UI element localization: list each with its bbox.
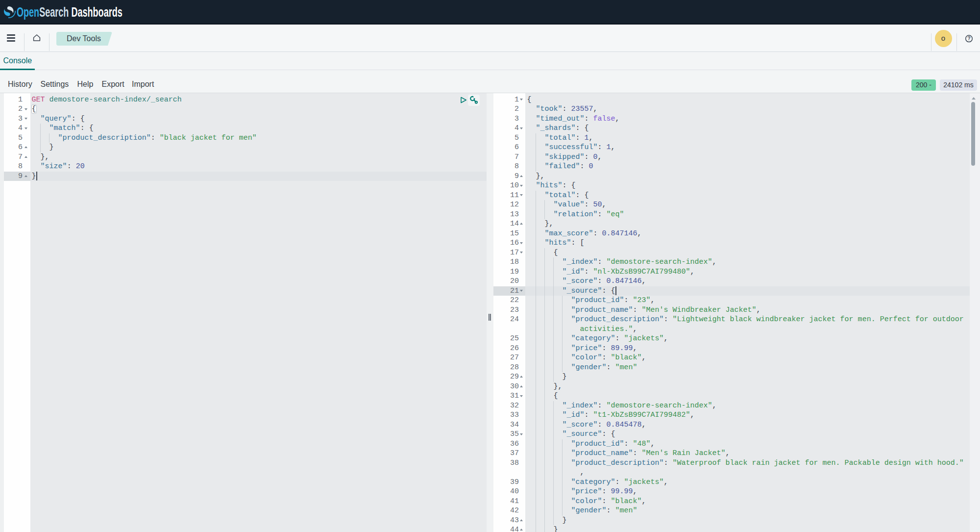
svg-text:?: ? [967,36,970,41]
